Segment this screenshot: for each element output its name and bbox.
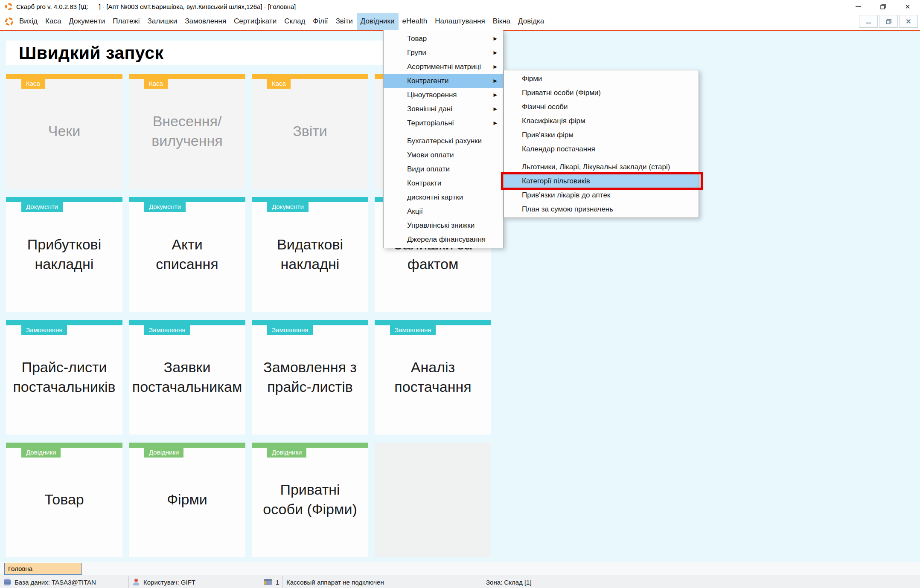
tile-pryvatni-osoby-firmy[interactable]: Довідники Приватні особи (Фірми)	[252, 443, 368, 557]
tile-label: Внесення/вилучення	[129, 74, 245, 189]
mdi-restore-button[interactable]	[879, 15, 898, 28]
tile-akty-spysannia[interactable]: Документи Акти списання	[129, 197, 245, 312]
window-title: Скарб pro v. 4.0.2.83 [ІД: ] - [Апт №003…	[16, 3, 296, 10]
window-controls: ✕	[846, 0, 920, 13]
tile-firmy[interactable]: Довідники Фірми	[129, 443, 245, 557]
menubar-item-vykhid[interactable]: Вихід	[15, 13, 41, 30]
tile-prais-lysty-postachalnykiv[interactable]: Замовлення Прайс-листи постачальників	[6, 320, 122, 434]
submenu-item-pryvatni-osoby-firmy[interactable]: Приватні особи (Фірми)	[504, 86, 699, 100]
tile-tovar[interactable]: Довідники Товар	[6, 443, 122, 557]
minimize-button[interactable]	[846, 0, 871, 13]
dropdown-item-dzherela-finansuvannia[interactable]: Джерела фінансування	[384, 232, 503, 246]
tile-cheky[interactable]: Каса Чеки	[6, 74, 122, 189]
dropdown-item-tovar[interactable]: Товар▶	[384, 32, 503, 46]
dropdown-item-terytorialni[interactable]: Територіальні▶	[384, 116, 503, 130]
tile-label: Прибуткові накладні	[6, 197, 122, 312]
menubar-items: Вихід Каса Документи Платежі Залишки Зам…	[15, 13, 548, 30]
submenu-arrow-icon: ▶	[494, 60, 497, 74]
submenu-item-pryviazky-firm[interactable]: Прив'язки фірм	[504, 128, 699, 142]
minimize-icon	[856, 6, 861, 7]
tile-label: Звіти	[252, 74, 368, 189]
dropdown-item-kontrahenty[interactable]: Контрагенти▶	[384, 74, 503, 88]
restore-icon	[880, 4, 886, 9]
menubar-item-dovidka[interactable]: Довідка	[514, 13, 548, 30]
menubar-item-zalyshky[interactable]: Залишки	[144, 13, 181, 30]
menu-separator	[523, 158, 694, 158]
submenu-item-pryviazky-likariv-do-aptek[interactable]: Прив'язки лікарів до аптек	[504, 188, 699, 202]
dropdown-item-asortymentni-matrytsi[interactable]: Асортиментні матриці▶	[384, 60, 503, 74]
tile-zaiavky-postachalnykam[interactable]: Замовлення Заявки постачальникам	[129, 320, 245, 434]
dropdown-item-hrupy[interactable]: Групи▶	[384, 46, 503, 60]
tile-label: Товар	[6, 443, 122, 557]
submenu-item-katehorii-pilhovykiv[interactable]: Категорії пільговиків	[504, 174, 699, 188]
tile-label: Аналіз постачання	[375, 320, 491, 434]
tile-label: Акти списання	[129, 197, 245, 312]
mdi-minimize-button[interactable]	[859, 15, 878, 28]
tab-holovna[interactable]: Головна	[4, 563, 82, 575]
dropdown-item-dyskontni-kartky[interactable]: дисконтні картки	[384, 190, 503, 204]
mdi-minimize-icon	[866, 23, 871, 23]
cash-register-icon	[264, 579, 272, 585]
tile-label: Чеки	[6, 74, 122, 189]
menubar-item-sertyfikaty[interactable]: Сертифікати	[230, 13, 280, 30]
tile-zvity[interactable]: Каса Звіти	[252, 74, 368, 189]
tile-analiz-postachannia[interactable]: Замовлення Аналіз постачання	[375, 320, 491, 434]
submenu-item-klasyfikatsiia-firm[interactable]: Класифікація фірм	[504, 114, 699, 128]
menubar-item-platezhi[interactable]: Платежі	[109, 13, 143, 30]
menubar: Вихід Каса Документи Платежі Залишки Зам…	[0, 13, 920, 30]
dropdown-item-upravlinski-znyzhky[interactable]: Управлінські знижки	[384, 218, 503, 232]
tile-label: Замовлення з прайс-листів	[252, 320, 368, 434]
submenu-arrow-icon: ▶	[494, 74, 497, 88]
menubar-item-dovidnyky[interactable]: Довідники	[357, 13, 399, 30]
tile-prybutkovi-nakladni[interactable]: Документи Прибуткові накладні	[6, 197, 122, 312]
tile-vydatkovi-nakladni[interactable]: Документи Видаткові накладні	[252, 197, 368, 312]
maximize-restore-button[interactable]	[871, 0, 895, 13]
dropdown-item-zovnishni-dani[interactable]: Зовнішні дані▶	[384, 102, 503, 116]
mdi-window-controls: ✕	[859, 13, 918, 30]
submenu-arrow-icon: ▶	[494, 102, 497, 116]
menu-separator	[402, 132, 499, 132]
dropdown-item-tsinoutvorennia[interactable]: Ціноутворення▶	[384, 88, 503, 102]
page-title: Швидкий запуск	[19, 43, 163, 63]
statusbar-database: База даних: TASA3@TITAN	[0, 576, 129, 588]
menubar-item-nalashtuvannia[interactable]: Налаштування	[431, 13, 489, 30]
menubar-item-ehealth[interactable]: eHealth	[399, 13, 431, 30]
submenu-item-plan-za-sumoiu-pryznachen[interactable]: План за сумою призначень	[504, 202, 699, 216]
submenu-arrow-icon: ▶	[494, 46, 497, 60]
dropdown-item-kontrakty[interactable]: Контракти	[384, 176, 503, 190]
tile-zamovlennia-z-prais-lystiv[interactable]: Замовлення Замовлення з прайс-листів	[252, 320, 368, 434]
statusbar: База даних: TASA3@TITAN Користувач: GIFT…	[0, 576, 920, 588]
dovidnyky-dropdown-menu: Товар▶ Групи▶ Асортиментні матриці▶ Конт…	[383, 30, 504, 248]
tile-vnesennia-vyluchennia[interactable]: Каса Внесення/вилучення	[129, 74, 245, 189]
tile-label: Фірми	[129, 443, 245, 557]
menubar-item-vikna[interactable]: Вікна	[489, 13, 514, 30]
submenu-arrow-icon: ▶	[494, 88, 497, 102]
mdi-close-button[interactable]: ✕	[899, 15, 918, 28]
menubar-item-sklad[interactable]: Склад	[280, 13, 309, 30]
menubar-item-kasa[interactable]: Каса	[41, 13, 65, 30]
dropdown-item-vydy-oplaty[interactable]: Види оплати	[384, 162, 503, 176]
close-button[interactable]: ✕	[895, 0, 920, 13]
menubar-item-zvity[interactable]: Звіти	[332, 13, 356, 30]
menubar-item-zamovlennia[interactable]: Замовлення	[181, 13, 230, 30]
submenu-item-lhotnyky-likari-likuvalni-zaklady[interactable]: Льготники, Лікарі, Лікувальні заклади (с…	[504, 160, 699, 174]
mdi-restore-icon	[886, 19, 891, 24]
app-logo-icon	[5, 3, 12, 10]
tile-label: Прайс-листи постачальників	[6, 320, 122, 434]
dropdown-item-bukhhalterski-rakhunky[interactable]: Бухгалтерські рахунки	[384, 134, 503, 148]
menubar-item-dokumenty[interactable]: Документи	[65, 13, 109, 30]
tile-label: Видаткові накладні	[252, 197, 368, 312]
tile-empty	[375, 443, 491, 557]
submenu-item-kalendar-postachannia[interactable]: Календар постачання	[504, 142, 699, 156]
dropdown-item-aktsii[interactable]: Акції	[384, 204, 503, 218]
mdi-close-icon: ✕	[905, 17, 911, 26]
app-logo-icon-small	[5, 17, 13, 26]
menubar-item-filii[interactable]: Філії	[309, 13, 332, 30]
statusbar-cash-register-status: Кассовый аппарат не подключен	[282, 576, 482, 588]
tile-label: Приватні особи (Фірми)	[252, 443, 368, 557]
kontrahenty-submenu: Фірми Приватні особи (Фірми) Фізичні осо…	[504, 70, 699, 218]
submenu-item-fizychni-osoby[interactable]: Фізичні особи	[504, 100, 699, 114]
bottom-tab-bar: Головна	[0, 562, 920, 576]
dropdown-item-umovy-oplaty[interactable]: Умови оплати	[384, 148, 503, 162]
submenu-item-firmy[interactable]: Фірми	[504, 72, 699, 86]
